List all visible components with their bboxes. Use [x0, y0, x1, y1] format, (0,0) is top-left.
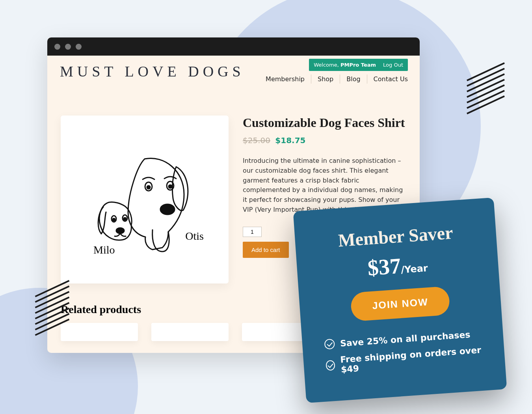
benefit-text: Free shipping on orders over $49	[340, 345, 483, 375]
svg-point-0	[160, 204, 175, 214]
page-header: Welcome, PMPro Team Log Out MUST LOVE DO…	[47, 56, 420, 84]
welcome-text: Welcome, PMPro Team	[314, 62, 376, 68]
primary-nav: Membership Shop Blog Contact Us	[259, 75, 408, 84]
check-icon	[324, 339, 335, 350]
nav-membership[interactable]: Membership	[259, 75, 311, 84]
welcome-bar: Welcome, PMPro Team Log Out	[309, 59, 408, 71]
related-product-card[interactable]	[151, 323, 229, 341]
product-title: Customizable Dog Faces Shirt	[243, 116, 406, 130]
popup-period: /Year	[401, 263, 428, 276]
nav-shop[interactable]: Shop	[311, 75, 340, 84]
svg-point-4	[169, 185, 172, 188]
product-price: $25.00 $18.75	[243, 136, 406, 145]
window-titlebar	[47, 37, 420, 56]
check-icon	[326, 360, 335, 371]
svg-point-8	[124, 218, 126, 220]
dog-name-right: Otis	[185, 230, 204, 256]
welcome-label: Welcome,	[314, 62, 340, 68]
decorative-stripes	[33, 284, 69, 335]
nav-blog[interactable]: Blog	[340, 75, 367, 84]
popup-price: $37	[367, 254, 402, 280]
benefit-text: Save 25% on all purchases	[340, 329, 471, 348]
svg-point-6	[113, 218, 115, 221]
product-image[interactable]: Milo Otis	[61, 116, 229, 283]
decorative-stripes	[465, 67, 504, 110]
popup-benefit-row: Free shipping on orders over $49	[319, 345, 489, 376]
popup-title: Member Saver	[310, 220, 481, 253]
related-product-card[interactable]	[61, 323, 138, 341]
join-now-button[interactable]: JOIN NOW	[350, 286, 450, 321]
price-original: $25.00	[243, 136, 270, 145]
window-close-icon[interactable]	[54, 44, 60, 50]
quantity-input[interactable]	[243, 227, 262, 237]
add-to-cart-button[interactable]: Add to cart	[243, 242, 289, 258]
window-maximize-icon[interactable]	[76, 44, 82, 50]
logout-link[interactable]: Log Out	[383, 62, 403, 68]
member-saver-popup: Member Saver $37/Year JOIN NOW Save 25% …	[293, 198, 507, 403]
nav-contact[interactable]: Contact Us	[367, 75, 408, 84]
svg-point-2	[147, 186, 150, 189]
popup-price-row: $37/Year	[312, 247, 483, 284]
welcome-name: PMPro Team	[340, 62, 376, 68]
price-sale: $18.75	[275, 136, 305, 145]
svg-point-9	[116, 228, 124, 233]
dog-name-left: Milo	[93, 244, 115, 256]
window-minimize-icon[interactable]	[65, 44, 71, 50]
